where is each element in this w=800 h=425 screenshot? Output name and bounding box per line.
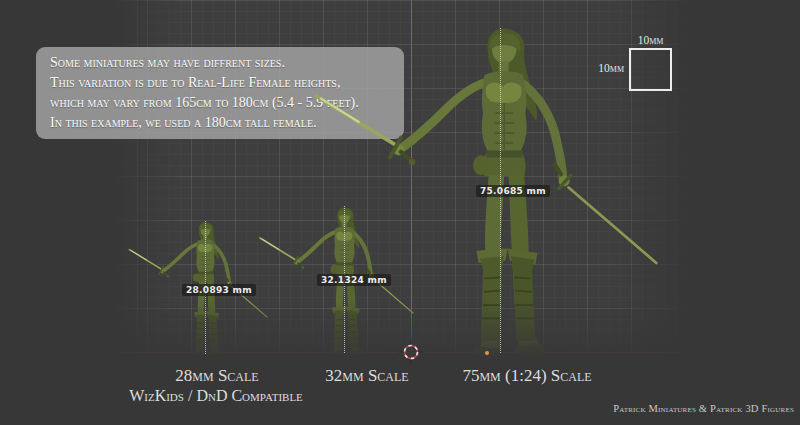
scale-sublabel-28mm: WizKids / DnD Compatible [96, 387, 336, 405]
viewport[interactable]: Some miniatures may have diffrent sizes.… [0, 0, 800, 425]
scale-label-75mm: 75mm (1:24) Scale [427, 366, 627, 386]
credit-text: Patrick Miniatures & Patrick 3D Figures [613, 403, 794, 414]
3d-cursor[interactable] [397, 338, 425, 366]
reference-square-top-label: 10mm [627, 34, 674, 46]
measurement-badge-32mm: 32.1324 mm [317, 274, 391, 286]
measurement-badge-28mm: 28.0893 mm [182, 284, 256, 296]
measurement-badge-75mm: 75.0685 mm [476, 185, 550, 197]
reference-square-10mm [629, 48, 672, 91]
reference-square-side-label: 10mm [582, 62, 624, 74]
3d-cursor-ticks [399, 340, 423, 364]
scale-label-28mm: 28mm Scale [132, 366, 302, 386]
object-origin-dot [485, 351, 489, 355]
